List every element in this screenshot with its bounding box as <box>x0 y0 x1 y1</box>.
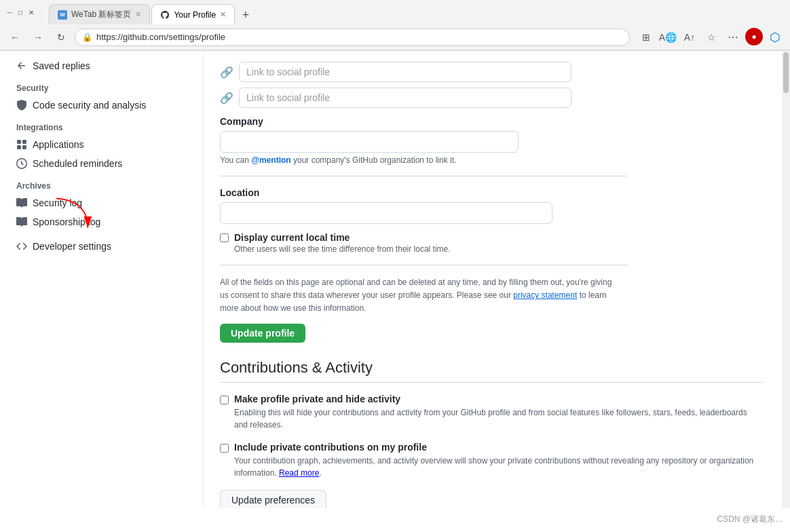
divider-2 <box>220 265 627 265</box>
location-input[interactable] <box>220 202 552 224</box>
minimize-button[interactable]: ─ <box>5 8 14 16</box>
browser-chrome: ─ □ ✕ W WeTab 新标签页 ✕ Your Profile ✕ + ← <box>0 0 790 51</box>
saved-replies-label: Saved replies <box>33 60 187 71</box>
integrations-section-label: Integrations <box>11 123 192 132</box>
security-section-label: Security <box>11 83 192 93</box>
security-log-label: Security log <box>33 197 187 208</box>
url-display: https://github.com/settings/profile <box>96 32 622 42</box>
address-bar-row: ← → ↻ 🔒 https://github.com/settings/prof… <box>0 24 790 50</box>
browser-actions: ⊞ A🌐 A↑ ☆ ⋯ ● ⬡ <box>637 28 785 47</box>
log-icon-sponsorship <box>16 216 27 227</box>
social-link-row-2: 🔗 <box>220 88 766 108</box>
applications-label: Applications <box>33 139 187 150</box>
company-section: Company You can @mention your company's … <box>220 116 766 165</box>
read-more-link[interactable]: Read more <box>279 468 319 478</box>
company-input[interactable] <box>220 131 519 153</box>
main-content: 🔗 🔗 Company You can @mention your compan… <box>204 51 782 508</box>
sidebar-item-code-security[interactable]: Code security and analysis <box>11 96 192 115</box>
company-hint: You can @mention your company's GitHub o… <box>220 155 766 165</box>
sponsorship-log-label: Sponsorship log <box>33 216 187 227</box>
read-aloud-button[interactable]: A↑ <box>680 28 699 47</box>
code-security-label: Code security and analysis <box>33 100 187 111</box>
make-private-row: Make profile private and hide activity E… <box>220 394 763 431</box>
social-input-1[interactable] <box>239 62 571 82</box>
display-time-desc: Other users will see the time difference… <box>234 244 451 254</box>
make-private-content: Make profile private and hide activity E… <box>234 394 763 431</box>
scrollbar-thumb <box>783 52 789 93</box>
tab-label-wetab: WeTab 新标签页 <box>71 9 131 20</box>
update-profile-button[interactable]: Update profile <box>220 324 305 343</box>
developer-settings-label: Developer settings <box>33 241 187 252</box>
display-time-checkbox[interactable] <box>220 233 229 242</box>
tab-close-wetab[interactable]: ✕ <box>135 10 141 19</box>
browser-profile-avatar[interactable]: ● <box>745 28 763 45</box>
social-input-2[interactable] <box>239 88 571 108</box>
contributions-heading: Contributions & Activity <box>220 359 766 377</box>
more-button[interactable]: ⋯ <box>723 28 742 47</box>
location-label: Location <box>220 187 766 198</box>
scrollbar[interactable] <box>782 51 790 508</box>
archives-section-label: Archives <box>11 181 192 191</box>
make-private-desc: Enabling this will hide your contributio… <box>234 406 763 431</box>
sidebar-item-sponsorship-log[interactable]: Sponsorship log <box>11 212 192 231</box>
sidebar-item-security-log[interactable]: Security log <box>11 193 192 212</box>
title-bar: ─ □ ✕ W WeTab 新标签页 ✕ Your Profile ✕ + <box>0 0 790 24</box>
make-private-label[interactable]: Make profile private and hide activity <box>234 394 400 404</box>
include-private-desc: Your contribution graph, achievements, a… <box>234 455 763 479</box>
company-label: Company <box>220 116 766 127</box>
extensions-button[interactable]: ⊞ <box>637 28 656 47</box>
sidebar-item-saved-replies[interactable]: Saved replies <box>11 56 192 75</box>
tabs-bar: W WeTab 新标签页 ✕ Your Profile ✕ + <box>43 0 261 24</box>
shield-icon <box>16 100 27 111</box>
window-controls: ─ □ ✕ <box>5 8 35 16</box>
sidebar-item-scheduled-reminders[interactable]: Scheduled reminders <box>11 154 192 173</box>
close-button[interactable]: ✕ <box>27 8 35 16</box>
make-private-checkbox[interactable] <box>220 396 229 404</box>
sidebar: Saved replies Security Code security and… <box>0 51 204 508</box>
display-time-label[interactable]: Display current local time <box>234 232 350 243</box>
clock-icon <box>16 158 27 169</box>
grid-icon <box>16 139 27 150</box>
favorites-button[interactable]: ☆ <box>702 28 721 47</box>
divider-1 <box>220 176 627 176</box>
include-private-checkbox[interactable] <box>220 444 229 453</box>
tab-wetab[interactable]: W WeTab 新标签页 ✕ <box>49 4 150 24</box>
back-button[interactable]: ← <box>5 28 24 47</box>
policy-text: All of the fields on this page are optio… <box>220 276 620 316</box>
include-private-row: Include private contributions on my prof… <box>220 442 763 479</box>
display-time-content: Display current local time Other users w… <box>234 232 451 254</box>
new-tab-button[interactable]: + <box>236 5 255 24</box>
social-link-row-1: 🔗 <box>220 62 766 82</box>
sidebar-item-applications[interactable]: Applications <box>11 135 192 154</box>
mention-text: @mention <box>251 155 290 165</box>
translate-button[interactable]: A🌐 <box>658 28 677 47</box>
tab-icon-wetab: W <box>58 10 67 20</box>
link-icon-2: 🔗 <box>220 92 233 104</box>
link-icon-1: 🔗 <box>220 66 233 79</box>
edge-button[interactable]: ⬡ <box>766 28 785 47</box>
arrow-left-icon <box>16 60 27 71</box>
display-time-row: Display current local time Other users w… <box>220 232 766 254</box>
scheduled-reminders-label: Scheduled reminders <box>33 158 187 169</box>
update-preferences-button[interactable]: Update preferences <box>220 490 326 508</box>
location-section: Location <box>220 187 766 224</box>
tab-profile[interactable]: Your Profile ✕ <box>151 4 235 24</box>
include-private-content: Include private contributions on my prof… <box>234 442 763 479</box>
address-bar[interactable]: 🔒 https://github.com/settings/profile <box>75 28 630 46</box>
sidebar-item-developer-settings[interactable]: Developer settings <box>11 237 192 256</box>
maximize-button[interactable]: □ <box>16 8 24 16</box>
code-icon <box>16 241 27 252</box>
reload-button[interactable]: ↻ <box>52 28 71 47</box>
privacy-statement-link[interactable]: privacy statement <box>513 290 577 300</box>
log-icon-security <box>16 197 27 208</box>
contributions-divider <box>220 382 763 383</box>
tab-label-profile: Your Profile <box>174 10 216 20</box>
include-private-label[interactable]: Include private contributions on my prof… <box>234 442 427 453</box>
tab-icon-profile <box>160 10 170 20</box>
lock-icon: 🔒 <box>82 33 92 42</box>
page-container: Saved replies Security Code security and… <box>0 51 790 508</box>
tab-close-profile[interactable]: ✕ <box>220 10 226 19</box>
forward-button[interactable]: → <box>29 28 48 47</box>
